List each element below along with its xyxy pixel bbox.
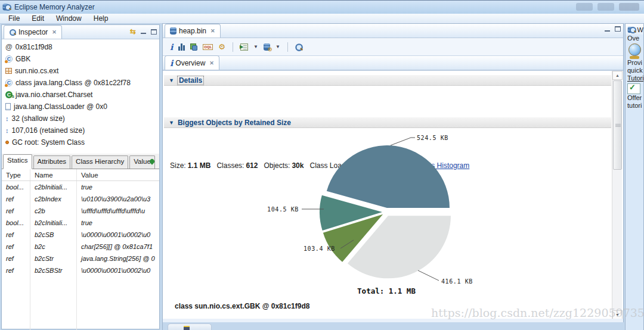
column-value[interactable]: Value (77, 169, 159, 180)
chevron-down-icon[interactable]: ▼ (253, 44, 258, 49)
welcome-link-fragment[interactable]: Tutori (626, 74, 643, 82)
tab-welcome[interactable]: W (626, 24, 643, 35)
table-cell: c2bInitiali... (30, 181, 77, 193)
table-row[interactable]: refc2bIndex\u0100\u3900\u2a00\u3 (2, 193, 159, 205)
pie-slice-label: 524.5 KB (417, 135, 448, 141)
overview-content: ▼ Details Size:1.1 MBClasses:612Objects:… (163, 70, 623, 319)
pie-total-label: Total: 1.1 MB (324, 287, 449, 295)
column-type[interactable]: Type (2, 169, 30, 180)
table-cell: ref (2, 241, 30, 253)
welcome-magnifier-icon (629, 26, 635, 33)
overview-icon[interactable]: i (170, 43, 173, 51)
menu-window[interactable]: Window (51, 14, 86, 23)
table-cell: b2cStr (30, 253, 77, 264)
welcome-text-fragment: tutori (626, 102, 643, 110)
tab-inspector[interactable]: Inspector ✕ (4, 25, 62, 39)
thread-overview-icon[interactable]: ⚙ (218, 43, 225, 51)
table-cell: \u0000\u0001\u0002\u0 (77, 264, 159, 276)
table-cell: ref (2, 253, 30, 264)
search-icon[interactable] (295, 43, 303, 51)
pie-slice-label: 104.5 KB (267, 206, 299, 213)
tree-item[interactable]: Cclass java.lang.Class @ 0x81c22f78 (2, 77, 159, 89)
tree-item[interactable]: ↕32 (shallow size) (2, 113, 159, 124)
table-cell: true (77, 181, 159, 193)
menu-file[interactable]: File (4, 14, 24, 23)
minimize-window-button[interactable] (576, 3, 593, 11)
link-with-snapshot-icon[interactable]: ⇆ (130, 27, 136, 36)
run-report-icon[interactable] (240, 43, 248, 51)
vertical-scrollbar[interactable]: ▲ ▼ (612, 71, 622, 319)
editor-tabbar: heap.bin ✕ (163, 24, 623, 38)
tree-item[interactable]: @0x81c1f9d8 (2, 41, 159, 53)
collapse-triangle-icon[interactable]: ▼ (169, 120, 174, 126)
table-row[interactable]: refb2cStrjava.lang.String[256] @ 0 (2, 253, 159, 264)
collapse-triangle-icon[interactable]: ▼ (169, 77, 174, 83)
scroll-down-icon[interactable]: ▼ (612, 310, 623, 319)
tree-item[interactable]: Cjava.nio.charset.Charset (2, 89, 159, 101)
pie-slice[interactable] (327, 145, 450, 208)
pie-leader-line (391, 138, 415, 145)
table-cell: ref (2, 193, 30, 205)
scroll-up-icon[interactable]: ▲ (612, 71, 623, 80)
inspector-subtabs: StaticsAttributesClass HierarchyValue (2, 154, 159, 169)
details-section-header[interactable]: ▼ Details (164, 74, 611, 86)
crystal-ball-icon[interactable] (627, 43, 642, 59)
column-name[interactable]: Name (30, 169, 77, 180)
inspector-tree: @0x81c1f9d8CGBKsun.nio.cs.extCclass java… (2, 39, 159, 154)
query-browser-icon[interactable]: ⚙ (264, 43, 270, 51)
table-row[interactable]: bool...c2bInitiali...true (2, 181, 159, 193)
maximize-editor-button[interactable] (615, 26, 621, 32)
maximize-view-button[interactable] (151, 29, 157, 35)
tab-class-hierarchy[interactable]: Class Hierarchy (72, 155, 128, 169)
close-icon[interactable]: ✕ (209, 60, 214, 66)
minimize-editor-button[interactable] (605, 27, 610, 32)
retained-size-icon: ↕ (5, 127, 9, 134)
maximize-window-button[interactable] (597, 3, 614, 11)
tree-item[interactable]: java.lang.ClassLoader @ 0x0 (2, 101, 159, 113)
tab-attributes[interactable]: Attributes (33, 155, 71, 169)
menu-edit[interactable]: Edit (27, 14, 49, 23)
close-icon[interactable]: ✕ (52, 29, 57, 35)
table-row[interactable]: refc2b\ufffd\ufffd\ufffd\ufffd\u (2, 205, 159, 217)
table-cell: c2b (30, 205, 77, 217)
tree-item[interactable]: sun.nio.cs.ext (2, 65, 159, 77)
app-logo-magnifier-icon (4, 4, 11, 11)
pin-icon[interactable] (148, 158, 155, 164)
table-row[interactable]: refb2cSB\u0000\u0001\u0002\u0 (2, 229, 159, 241)
scrollbar-thumb[interactable] (613, 80, 622, 170)
notes-icon (184, 326, 190, 330)
editor-toolbar: i OQL ⚙ ▼ ⚙ ▼ (163, 38, 623, 56)
tree-item-label: class java.lang.Class @ 0x81c22f78 (16, 79, 131, 87)
table-row[interactable]: refb2cSBStr\u0000\u0001\u0002\u0 (2, 264, 159, 276)
chevron-down-icon[interactable]: ▼ (275, 44, 280, 49)
close-icon[interactable]: ✕ (210, 28, 215, 34)
at-icon: @ (5, 43, 13, 51)
welcome-text-fragment: Offer (626, 94, 643, 102)
tree-item[interactable]: CGBK (2, 53, 159, 65)
classloader-icon (5, 103, 11, 110)
tab-statics[interactable]: Statics (3, 154, 32, 169)
dominator-tree-icon[interactable] (190, 43, 197, 51)
biggest-objects-section-header[interactable]: ▼ Biggest Objects by Retained Size (164, 117, 611, 128)
table-cell: java.lang.String[256] @ 0 (77, 253, 159, 264)
tab-overview[interactable]: i Overview ✕ (165, 55, 219, 70)
pie-slice-label: 416.1 KB (441, 278, 473, 285)
tutorial-check-icon[interactable] (627, 83, 640, 94)
pie-slice-label: 103.4 KB (304, 245, 335, 252)
heap-dump-icon (170, 27, 177, 35)
toolbar-separator (287, 42, 288, 52)
tree-item-label: 0x81c1f9d8 (16, 43, 52, 51)
tree-item[interactable]: GC root: System Class (2, 136, 159, 148)
menu-help[interactable]: Help (89, 14, 113, 23)
selected-slice-caption: class sun.nio.cs.ext.GBK @ 0x81c1f9d8 (175, 302, 309, 310)
table-row[interactable]: bool...b2cInitiali...true (2, 217, 159, 229)
table-cell: ref (2, 264, 30, 276)
tab-heap-bin[interactable]: heap.bin ✕ (165, 24, 221, 38)
close-window-button[interactable] (619, 3, 639, 11)
tree-item[interactable]: ↕107,016 (retained size) (2, 124, 159, 136)
minimize-view-button[interactable] (141, 29, 146, 34)
histogram-icon[interactable] (178, 43, 185, 51)
partial-bottom-tab[interactable] (168, 323, 212, 330)
oql-icon[interactable]: OQL (203, 44, 213, 50)
table-row[interactable]: refb2cchar[256][] @ 0x81ca7f1 (2, 241, 159, 253)
